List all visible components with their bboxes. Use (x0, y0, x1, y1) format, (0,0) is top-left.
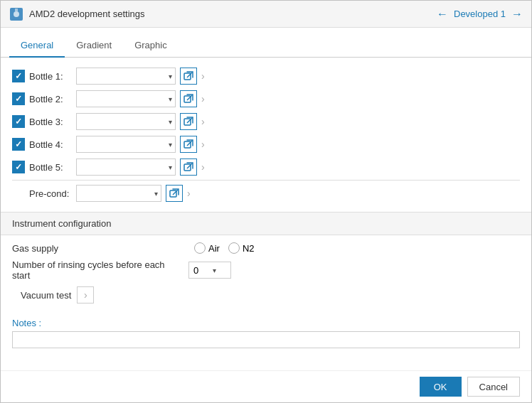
content-area: ✓ Bottle 1: ▾ › ✓ (1, 58, 531, 370)
bottle4-dropdown[interactable]: ▾ (76, 136, 176, 153)
bottle2-link-btn[interactable] (180, 90, 197, 107)
dropdown-arrow-icon: ▾ (169, 118, 172, 126)
precond-chevron-icon[interactable]: › (187, 188, 191, 199)
nav-forward-arrow[interactable]: → (511, 9, 523, 20)
radio-air-circle (194, 242, 206, 254)
nav-label: Developed 1 (454, 9, 506, 19)
tab-gradient[interactable]: Gradient (65, 34, 123, 58)
bottle3-label: Bottle 3: (29, 117, 72, 127)
instrument-section-header: Instrument configuration (1, 212, 531, 235)
bottle2-checkbox[interactable]: ✓ (12, 92, 25, 105)
bottle1-label: Bottle 1: (29, 71, 72, 82)
vacuum-label: Vacuum test (21, 290, 71, 301)
vacuum-chevron-btn[interactable]: › (77, 286, 94, 303)
tab-general[interactable]: General (9, 34, 65, 58)
dialog: AMD2 development settings ← Developed 1 … (0, 0, 532, 403)
title-bar-left: AMD2 development settings (9, 7, 145, 21)
instrument-section-title: Instrument configuration (12, 218, 111, 229)
title-bar: AMD2 development settings ← Developed 1 … (1, 1, 531, 28)
ok-button[interactable]: OK (420, 377, 462, 397)
bottle2-chevron-icon[interactable]: › (201, 93, 205, 104)
bottle4-label: Bottle 4: (29, 139, 72, 150)
checkbox-check: ✓ (15, 94, 22, 104)
bottle3-chevron-icon[interactable]: › (201, 116, 205, 127)
precond-link-btn[interactable] (166, 185, 183, 202)
bottle2-label: Bottle 2: (29, 94, 72, 104)
rinsing-arrow-icon: ▾ (213, 267, 216, 274)
bottle3-dropdown[interactable]: ▾ (76, 113, 176, 130)
notes-section: Notes : (1, 311, 531, 351)
dropdown-arrow-icon: ▾ (169, 141, 172, 149)
notes-input[interactable] (12, 331, 520, 348)
precond-row: Pre-cond: ▾ › (29, 182, 520, 205)
checkbox-check: ✓ (15, 71, 22, 81)
svg-point-1 (14, 11, 19, 17)
bottle-row-2: ✓ Bottle 2: ▾ › (12, 87, 520, 110)
cancel-button[interactable]: Cancel (467, 377, 520, 397)
rinsing-label: Number of rinsing cycles before each sta… (12, 259, 183, 281)
bottle3-link-btn[interactable] (180, 113, 197, 130)
bottle5-link-btn[interactable] (180, 158, 197, 176)
precond-label: Pre-cond: (29, 188, 72, 199)
bottle4-checkbox[interactable]: ✓ (12, 138, 25, 151)
bottle1-checkbox[interactable]: ✓ (12, 70, 25, 82)
vacuum-chevron-icon: › (84, 289, 87, 301)
rinsing-dropdown[interactable]: 0 ▾ (188, 262, 231, 279)
footer: OK Cancel (1, 370, 531, 402)
nav-back-arrow[interactable]: ← (437, 9, 448, 20)
bottle2-dropdown[interactable]: ▾ (76, 90, 176, 107)
tabs-bar: General Gradient Graphic (1, 28, 531, 58)
checkbox-check: ✓ (15, 162, 22, 172)
radio-n2[interactable]: N2 (228, 242, 255, 254)
radio-air-label: Air (208, 243, 220, 254)
dropdown-arrow-icon: ▾ (169, 163, 172, 171)
bottle5-chevron-icon[interactable]: › (201, 161, 205, 173)
instrument-body: Gas supply Air N2 Number of rinsing cycl… (1, 235, 531, 311)
bottle4-link-btn[interactable] (180, 136, 197, 153)
divider (12, 180, 520, 181)
title-bar-nav: ← Developed 1 → (437, 9, 523, 20)
checkbox-check: ✓ (15, 139, 22, 149)
bottle4-chevron-icon[interactable]: › (201, 139, 205, 150)
notes-label: Notes : (12, 318, 520, 328)
bottle5-checkbox[interactable]: ✓ (12, 161, 25, 173)
bottle5-label: Bottle 5: (29, 162, 72, 173)
radio-air[interactable]: Air (194, 242, 220, 254)
dropdown-arrow-icon: ▾ (169, 95, 172, 103)
bottle-row-5: ✓ Bottle 5: ▾ › (12, 156, 520, 178)
bottle5-dropdown[interactable]: ▾ (76, 158, 176, 176)
bottle1-dropdown[interactable]: ▾ (76, 68, 176, 85)
gas-radio-group: Air N2 (194, 242, 255, 254)
gas-supply-label: Gas supply (12, 243, 183, 254)
dropdown-arrow-icon: ▾ (154, 190, 158, 198)
app-icon (9, 7, 23, 21)
bottle-row-1: ✓ Bottle 1: ▾ › (12, 65, 520, 87)
bottle-list: ✓ Bottle 1: ▾ › ✓ (1, 58, 531, 208)
rinsing-value: 0 (193, 265, 198, 276)
precond-dropdown[interactable]: ▾ (76, 185, 161, 202)
tab-graphic[interactable]: Graphic (123, 34, 179, 58)
radio-n2-label: N2 (243, 243, 255, 254)
gas-supply-row: Gas supply Air N2 (12, 242, 520, 254)
rinsing-row: Number of rinsing cycles before each sta… (12, 259, 520, 281)
bottle-row-3: ✓ Bottle 3: ▾ › (12, 110, 520, 133)
svg-rect-2 (15, 9, 18, 11)
bottle1-chevron-icon[interactable]: › (201, 70, 205, 82)
vacuum-row: Vacuum test › (21, 286, 520, 303)
radio-n2-circle (228, 242, 240, 254)
bottle1-link-btn[interactable] (180, 68, 197, 85)
dropdown-arrow-icon: ▾ (169, 72, 172, 80)
bottle-row-4: ✓ Bottle 4: ▾ › (12, 133, 520, 156)
bottle3-checkbox[interactable]: ✓ (12, 115, 25, 128)
checkbox-check: ✓ (15, 117, 22, 127)
dialog-title: AMD2 development settings (29, 9, 145, 19)
